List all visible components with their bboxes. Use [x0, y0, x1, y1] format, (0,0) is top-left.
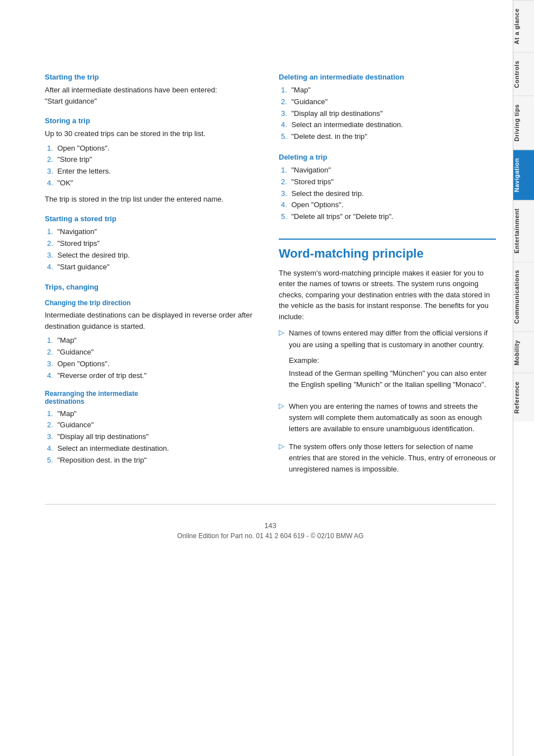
step-item: 1. "Navigation" [45, 226, 262, 238]
storing-trip-body: Up to 30 created trips can be stored in … [45, 128, 262, 139]
bullet-content-1: Names of towns entered may differ from t… [289, 328, 496, 394]
sidebar-tab-entertainment[interactable]: Entertainment [513, 200, 534, 261]
step-item: 2. "Guidance" [279, 96, 496, 108]
page-number: 143 [45, 521, 496, 530]
bullet-arrow-icon: ▷ [279, 402, 284, 410]
word-matching-bullets: ▷ Names of towns entered may differ from… [279, 328, 496, 475]
rearranging-subtitle: Rearranging the intermediatedestinations [45, 390, 262, 405]
storing-trip-note: The trip is stored in the trip list unde… [45, 194, 262, 205]
step-item: 1. "Navigation" [279, 165, 496, 176]
step-item: 2. "Stored trips" [279, 176, 496, 188]
bullet-arrow-icon: ▷ [279, 442, 284, 450]
bullet-arrow-icon: ▷ [279, 328, 284, 337]
starting-trip-body: After all intermediate destinations have… [45, 85, 262, 106]
step-item: 5. "Reposition dest. in the trip" [45, 455, 262, 466]
step-item: 1. "Map" [45, 408, 262, 420]
changing-direction-body: Intermediate destinations can be display… [45, 310, 262, 332]
sidebar-tab-controls[interactable]: Controls [513, 52, 534, 96]
step-item: 3. Enter the letters. [45, 166, 262, 178]
storing-trip-steps: 1. Open "Options". 2. "Store trip" 3. En… [45, 143, 262, 189]
main-content: Starting the trip After all intermediate… [0, 0, 513, 756]
trips-changing-title: Trips, changing [45, 283, 262, 291]
changing-direction-steps: 1. "Map" 2. "Guidance" 3. Open "Options"… [45, 335, 262, 381]
example-block: Example: Instead of the German spelling … [289, 355, 496, 391]
step-item: 4. Select an intermediate destination. [45, 443, 262, 455]
step-item: 4. "Reverse order of trip dest." [45, 370, 262, 382]
step-item: 2. "Guidance" [45, 419, 262, 431]
sidebar-tab-at-a-glance[interactable]: At a glance [513, 0, 534, 52]
step-item: 3. "Display all trip destinations" [45, 431, 262, 443]
changing-direction-subtitle: Changing the trip direction [45, 299, 262, 307]
word-matching-intro: The system's word-matching principle mak… [279, 268, 496, 323]
step-item: 2. "Store trip" [45, 154, 262, 166]
page-footer: 143 Online Edition for Part no. 01 41 2 … [45, 504, 496, 551]
step-item: 2. "Guidance" [45, 347, 262, 358]
sidebar-tab-navigation[interactable]: Navigation [513, 150, 534, 200]
deleting-trip-steps: 1. "Navigation" 2. "Stored trips" 3. Sel… [279, 165, 496, 223]
step-item: 3. Select the desired trip. [279, 188, 496, 200]
starting-stored-trip-steps: 1. "Navigation" 2. "Stored trips" 3. Sel… [45, 226, 262, 273]
rearranging-steps: 1. "Map" 2. "Guidance" 3. "Display all t… [45, 408, 262, 466]
bullet-item-1: ▷ Names of towns entered may differ from… [279, 328, 496, 394]
deleting-trip-title: Deleting a trip [279, 153, 496, 161]
footer-text: Online Edition for Part no. 01 41 2 604 … [45, 532, 496, 540]
storing-trip-title: Storing a trip [45, 116, 262, 125]
bullet-item-3: ▷ The system offers only those letters f… [279, 441, 496, 475]
deleting-intermediate-steps: 1. "Map" 2. "Guidance" 3. "Display all t… [279, 85, 496, 143]
deleting-intermediate-title: Deleting an intermediate destination [279, 73, 496, 81]
sidebar-tab-driving-tips[interactable]: Driving tips [513, 96, 534, 150]
step-item: 4. "OK" [45, 178, 262, 189]
sidebar-tab-communications[interactable]: Communications [513, 262, 534, 332]
starting-trip-title: Starting the trip [45, 73, 262, 81]
step-item: 4. Select an intermediate destination. [279, 119, 496, 131]
starting-stored-trip-title: Starting a stored trip [45, 214, 262, 223]
left-column: Starting the trip After all intermediate… [45, 73, 262, 482]
word-matching-title: Word-matching principle [279, 239, 496, 261]
step-item: 2. "Stored trips" [45, 238, 262, 250]
sidebar-tab-mobility[interactable]: Mobility [513, 332, 534, 374]
step-item: 3. Select the desired trip. [45, 250, 262, 262]
step-item: 3. Open "Options". [45, 358, 262, 370]
step-item: 4. Open "Options". [279, 199, 496, 211]
step-item: 5. "Delete all trips" or "Delete trip". [279, 211, 496, 223]
right-column: Deleting an intermediate destination 1. … [279, 73, 496, 482]
step-item: 3. "Display all trip destinations" [279, 108, 496, 120]
sidebar-tab-reference[interactable]: Reference [513, 373, 534, 422]
step-item: 1. "Map" [279, 85, 496, 96]
step-item: 5. "Delete dest. in the trip" [279, 131, 496, 143]
step-item: 1. Open "Options". [45, 143, 262, 155]
step-item: 1. "Map" [45, 335, 262, 347]
sidebar: At a glance Controls Driving tips Naviga… [513, 0, 534, 756]
bullet-item-2: ▷ When you are entering the names of tow… [279, 401, 496, 435]
step-item: 4. "Start guidance" [45, 262, 262, 273]
